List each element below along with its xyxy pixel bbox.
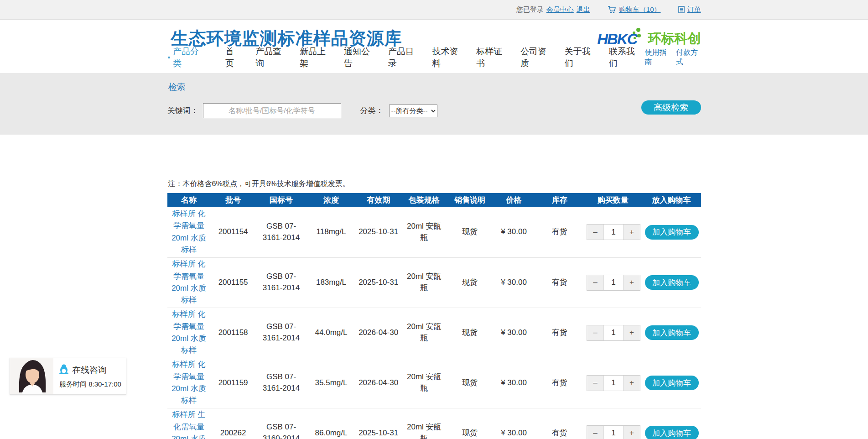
nav-item-2[interactable]: 新品上架 [291,46,336,69]
quantity-input[interactable] [603,225,624,240]
keyword-input[interactable] [203,103,341,118]
column-header-10: 放入购物车 [642,193,701,207]
table-row: 标样所 化学需氧量 20ml 水质标样 2001159 GSB 07-3161-… [167,358,701,408]
cell-price: ¥ 30.00 [493,358,535,408]
advanced-search-button[interactable]: 高级检索 [641,100,701,115]
header-row: 名称批号国标号浓度有效期包装规格销售说明价格库存购买数量放入购物车 [167,193,701,207]
quantity-input[interactable] [603,376,624,391]
add-to-cart-button[interactable]: 加入购物车 [645,225,699,240]
cell-concentration: 183mg/L [307,257,356,308]
cell-add-to-cart: 加入购物车 [642,408,701,439]
search-title: 检索 [168,81,701,93]
service-info: 在线咨询 服务时间 8:30-17:00 [53,358,121,394]
quantity-input[interactable] [603,426,624,439]
nav-product-category[interactable]: 产品分类 [168,46,203,69]
cell-stock: 有货 [535,308,584,358]
quantity-increase-button[interactable]: + [624,275,640,290]
column-header-1: 批号 [210,193,256,207]
product-name-link[interactable]: 标样所 生化需氧量 20ml 水质标样 [170,409,208,439]
nav-items: 首页产品查询新品上架通知公告产品目录技术资料标样证书公司资质关于我们联系我们 [217,46,645,69]
product-name-link[interactable]: 标样所 化学需氧量 20ml 水质标样 [170,359,208,407]
column-header-5: 包装规格 [401,193,447,207]
nav-item-0[interactable]: 首页 [217,46,247,69]
table-row: 标样所 生化需氧量 20ml 水质标样 200262 GSB 07-3160-2… [167,408,701,439]
cell-package: 20ml 安瓿瓶 [401,358,447,408]
nav-item-9[interactable]: 联系我们 [601,46,645,69]
quantity-increase-button[interactable]: + [624,225,640,240]
quantity-decrease-button[interactable]: – [587,325,603,340]
keyword-label: 关键词： [167,105,198,116]
category-label: 分类： [360,105,384,116]
cell-expiry: 2025-10-31 [356,408,401,439]
cell-gb-number: GSB 07-3161-2014 [256,207,307,257]
quantity-increase-button[interactable]: + [624,376,640,391]
add-to-cart-button[interactable]: 加入购物车 [645,325,699,340]
cell-name: 标样所 化学需氧量 20ml 水质标样 [167,207,211,257]
quantity-increase-button[interactable]: + [624,426,640,439]
cell-sale-status: 现货 [447,257,493,308]
add-to-cart-button[interactable]: 加入购物车 [645,275,699,290]
cell-sale-status: 现货 [447,308,493,358]
column-header-8: 库存 [535,193,584,207]
payment-link[interactable]: 付款方式 [676,48,701,67]
column-header-4: 有效期 [356,193,401,207]
nav-item-7[interactable]: 公司资质 [512,46,556,69]
cell-gb-number: GSB 07-3161-2014 [256,308,307,358]
category-select[interactable]: --所有分类-- [389,105,437,117]
nav-item-1[interactable]: 产品查询 [247,46,291,69]
quantity-input[interactable] [603,325,624,340]
cell-package: 20ml 安瓿瓶 [401,408,447,439]
nav-item-5[interactable]: 技术资料 [424,46,468,69]
cart-group[interactable]: 购物车（10） [608,5,661,14]
online-service-widget[interactable]: 在线咨询 服务时间 8:30-17:00 [10,358,126,395]
quantity-decrease-button[interactable]: – [587,426,603,439]
cell-concentration: 86.0mg/L [307,408,356,439]
cell-package: 20ml 安瓿瓶 [401,257,447,308]
add-to-cart-button[interactable]: 加入购物车 [645,426,699,439]
nav-item-6[interactable]: 标样证书 [468,46,512,69]
cell-batch: 2001159 [210,358,256,408]
orders-group[interactable]: 订单 [678,5,701,14]
quantity-stepper: – + [587,275,640,291]
service-agent-avatar [10,358,53,394]
column-header-3: 浓度 [307,193,356,207]
column-header-7: 价格 [493,193,535,207]
product-name-link[interactable]: 标样所 化学需氧量 20ml 水质标样 [170,308,208,356]
table-row: 标样所 化学需氧量 20ml 水质标样 2001154 GSB 07-3161-… [167,207,701,257]
quantity-decrease-button[interactable]: – [587,275,603,290]
quantity-stepper: – + [587,425,640,439]
login-status: 您已登录 会员中心退出 [516,5,590,14]
cell-name: 标样所 化学需氧量 20ml 水质标样 [167,308,211,358]
guide-link[interactable]: 使用指南 [645,48,670,67]
table-row: 标样所 化学需氧量 20ml 水质标样 2001155 GSB 07-3161-… [167,257,701,308]
product-name-link[interactable]: 标样所 化学需氧量 20ml 水质标样 [170,208,208,256]
orders-link[interactable]: 订单 [687,5,701,14]
topbar: 您已登录 会员中心退出 购物车（10） 订单 [0,0,868,20]
cell-quantity: – + [584,308,642,358]
cell-gb-number: GSB 07-3161-2014 [256,257,307,308]
nav-item-8[interactable]: 关于我们 [556,46,601,69]
add-to-cart-button[interactable]: 加入购物车 [645,376,699,390]
nav-side-links: 使用指南 付款方式 [645,48,701,67]
cell-sale-status: 现货 [447,408,493,439]
brand-dots-decoration [632,28,644,42]
quantity-input[interactable] [603,275,624,290]
cell-quantity: – + [584,408,642,439]
nav-item-4[interactable]: 产品目录 [380,46,424,69]
quantity-stepper: – + [587,325,640,341]
main-content: 注：本价格含6%税点，可开具6%技术服务增值税发票。 名称批号国标号浓度有效期包… [167,135,701,439]
header: 生态环境监测标准样品资源库 HBKC 环标科创 产品分类 首页产品查询新品上架通… [0,20,868,73]
product-table-body: 标样所 化学需氧量 20ml 水质标样 2001154 GSB 07-3161-… [167,207,701,439]
cart-link[interactable]: 购物车（10） [619,5,661,14]
logout-link[interactable]: 退出 [577,5,590,14]
quantity-decrease-button[interactable]: – [587,225,603,240]
product-name-link[interactable]: 标样所 化学需氧量 20ml 水质标样 [170,258,208,306]
cell-expiry: 2025-10-31 [356,207,401,257]
member-center-link[interactable]: 会员中心 [546,5,574,14]
cell-add-to-cart: 加入购物车 [642,207,701,257]
cell-add-to-cart: 加入购物车 [642,308,701,358]
nav-item-3[interactable]: 通知公告 [336,46,380,69]
quantity-decrease-button[interactable]: – [587,376,603,391]
quantity-increase-button[interactable]: + [624,325,640,340]
brand-logo-cn: 环标科创 [648,30,701,48]
